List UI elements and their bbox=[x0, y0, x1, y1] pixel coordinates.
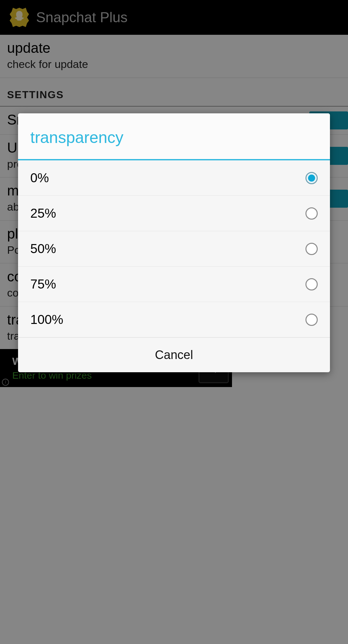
option-label: 0% bbox=[30, 171, 49, 185]
radio-button[interactable] bbox=[305, 243, 318, 255]
option-label: 75% bbox=[30, 277, 56, 291]
radio-button[interactable] bbox=[305, 172, 318, 184]
transparency-dialog: transparency 0% 25% 50% 75% 100% Cancel bbox=[18, 113, 330, 372]
cancel-button[interactable]: Cancel bbox=[18, 337, 330, 372]
radio-button[interactable] bbox=[305, 314, 318, 326]
option-label: 50% bbox=[30, 242, 56, 256]
dialog-title: transparency bbox=[18, 113, 330, 160]
option-50[interactable]: 50% bbox=[18, 231, 330, 267]
radio-button[interactable] bbox=[305, 207, 318, 220]
radio-button[interactable] bbox=[305, 278, 318, 290]
option-100[interactable]: 100% bbox=[18, 302, 330, 337]
option-label: 25% bbox=[30, 206, 56, 221]
option-75[interactable]: 75% bbox=[18, 267, 330, 302]
option-25[interactable]: 25% bbox=[18, 196, 330, 231]
option-label: 100% bbox=[30, 312, 63, 327]
option-0[interactable]: 0% bbox=[18, 160, 330, 196]
